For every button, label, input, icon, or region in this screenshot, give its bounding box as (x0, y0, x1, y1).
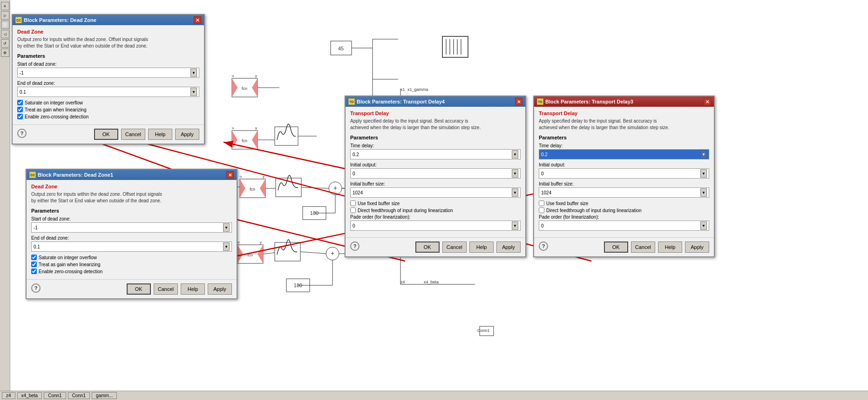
dead-zone1-ok-btn[interactable]: OK (127, 283, 151, 295)
dead-zone-check1[interactable] (17, 100, 23, 105)
transport4-time-delay-input[interactable]: 0.2 ▼ (350, 149, 521, 159)
toolbar-btn-3[interactable]: ⬜ (1, 21, 9, 29)
transport3-time-delay-input[interactable]: 0.2 ▼ (539, 149, 709, 159)
dead-zone1-check2[interactable] (31, 262, 37, 267)
toolbar-btn-4[interactable]: ◁ (1, 30, 9, 38)
transport3-initial-output-input[interactable]: 0 ▼ (539, 168, 709, 179)
dead-zone1-end-btn[interactable]: ▼ (223, 242, 230, 251)
transport3-pade-input[interactable]: 0 ▼ (539, 221, 709, 231)
transport3-time-delay-label: Time delay: (539, 143, 709, 148)
transport3-description: Apply specified delay to the input signa… (539, 118, 709, 131)
transport3-initial-output-btn[interactable]: ▼ (700, 169, 707, 178)
dead-zone1-check1-row: Saturate on integer overflow (31, 255, 232, 260)
transport4-initial-buffer-input[interactable]: 1024 ▼ (350, 187, 521, 198)
transport4-help-btn[interactable]: Help (469, 241, 494, 253)
transport4-check2[interactable] (350, 207, 356, 213)
toolbar-btn-6[interactable]: ⚙ (1, 48, 9, 57)
dead-zone-check3[interactable] (17, 114, 23, 119)
transport4-pade-btn[interactable]: ▼ (512, 221, 518, 230)
dialog-dead-zone1-close[interactable]: ✕ (226, 171, 234, 179)
dead-zone1-start-input[interactable]: -1 ▼ (31, 222, 232, 233)
dialog-dead-zone1-titlebar[interactable]: DZ Block Parameters: Dead Zone1 ✕ (27, 170, 237, 180)
toolbar-btn-2[interactable]: ▷ (1, 11, 9, 20)
transport4-time-delay-btn[interactable]: ▼ (512, 150, 518, 159)
dialog-transport3-titlebar[interactable]: TD Block Parameters: Transport Delay3 ✕ (534, 97, 714, 107)
dialog-transport4-close[interactable]: ✕ (515, 98, 522, 105)
dead-zone-check2-row: Treat as gain when linearizing (17, 107, 199, 112)
dialog-dead-zone-content: Dead Zone Output zero for inputs within … (13, 25, 204, 124)
left-toolbar: ≡ ▷ ⬜ ◁ ↺ ⚙ (0, 0, 10, 400)
transport3-cancel-btn[interactable]: Cancel (631, 241, 655, 253)
transport3-initial-buffer-btn[interactable]: ▼ (700, 188, 707, 197)
transport3-check2[interactable] (539, 207, 544, 213)
dialog-transport4-titlebar[interactable]: TD Block Parameters: Transport Delay4 ✕ (346, 97, 525, 107)
dead-zone-ok-btn[interactable]: OK (94, 129, 118, 140)
transport3-check2-row: Direct feedthrough of input during linea… (539, 207, 709, 213)
transport3-help-btn[interactable]: Help (658, 241, 682, 253)
transport3-pade-btn[interactable]: ▼ (700, 221, 707, 230)
dead-zone1-check3[interactable] (31, 269, 37, 274)
transport4-ok-btn[interactable]: OK (415, 241, 440, 253)
transport4-params-label: Parameters (350, 135, 521, 140)
transport3-check1[interactable] (539, 200, 544, 206)
dead-zone1-description: Output zero for inputs within the dead z… (31, 191, 232, 204)
dead-zone-start-input[interactable]: -1 ▼ (17, 68, 199, 78)
toolbar-btn-1[interactable]: ≡ (1, 2, 9, 10)
dialog-transport3-title: Block Parameters: Transport Delay3 (545, 99, 633, 104)
dead-zone-params-label: Parameters (17, 53, 199, 59)
toolbar-btn-5[interactable]: ↺ (1, 39, 9, 48)
dead-zone1-cancel-btn[interactable]: Cancel (154, 283, 178, 295)
dead-zone-apply-btn[interactable]: Apply (175, 129, 199, 140)
transport3-help-icon[interactable]: ? (539, 241, 548, 251)
dead-zone1-help-icon[interactable]: ? (31, 283, 41, 293)
dialog-transport3-close[interactable]: ✕ (704, 98, 711, 105)
dead-zone-end-btn[interactable]: ▼ (190, 88, 197, 96)
transport4-help-icon[interactable]: ? (350, 241, 359, 251)
dead-zone1-apply-btn[interactable]: Apply (208, 283, 232, 295)
dialog-dead-zone-title: Block Parameters: Dead Zone (24, 17, 96, 23)
dialog-transport4-icon: TD (348, 98, 355, 105)
transport4-description: Apply specified delay to the input signa… (350, 118, 521, 131)
dead-zone1-check1[interactable] (31, 255, 37, 260)
transport4-cancel-btn[interactable]: Cancel (442, 241, 467, 253)
dead-zone1-check2-row: Treat as gain when linearizing (31, 262, 232, 267)
dialog-transport3-icon: TD (537, 98, 543, 105)
transport4-initial-output-input[interactable]: 0 ▼ (350, 168, 521, 179)
transport4-pade-label: Pade order (for linearization): (350, 214, 521, 220)
dead-zone-start-btn[interactable]: ▼ (190, 69, 197, 77)
dead-zone-check2[interactable] (17, 107, 23, 112)
dead-zone-end-label: End of dead zone: (17, 81, 199, 86)
dead-zone-help-icon[interactable]: ? (17, 129, 27, 138)
transport4-section-title: Transport Delay (350, 110, 521, 116)
transport3-time-delay-btn[interactable]: ▼ (700, 150, 707, 159)
dead-zone-cancel-btn[interactable]: Cancel (121, 129, 145, 140)
dead-zone1-start-btn[interactable]: ▼ (223, 223, 230, 232)
transport4-apply-btn[interactable]: Apply (496, 241, 521, 253)
status-conn1-2: Conn1 (68, 392, 90, 399)
dead-zone1-end-input[interactable]: 0.1 ▼ (31, 241, 232, 252)
dead-zone-description: Output zero for inputs within the dead z… (17, 36, 199, 49)
transport3-initial-buffer-input[interactable]: 1024 ▼ (539, 187, 709, 198)
dead-zone1-check3-row: Enable zero-crossing detection (31, 269, 232, 274)
transport4-check1[interactable] (350, 200, 356, 206)
transport4-time-delay-label: Time delay: (350, 143, 521, 148)
dialog-transport4-content: Transport Delay Apply specified delay to… (346, 107, 525, 237)
dead-zone-check3-label: Enable zero-crossing detection (25, 114, 88, 119)
transport4-initial-buffer-btn[interactable]: ▼ (512, 188, 518, 197)
dead-zone1-check3-label: Enable zero-crossing detection (39, 269, 102, 274)
bottom-status-bar: z4 x4_beta Conn1 Conn1 gamm... (0, 391, 868, 400)
dead-zone1-help-btn[interactable]: Help (181, 283, 205, 295)
transport4-initial-output-btn[interactable]: ▼ (512, 169, 518, 178)
transport3-initial-buffer-label: Initial buffer size: (539, 181, 709, 186)
transport3-apply-btn[interactable]: Apply (685, 241, 709, 253)
dialog-dead-zone1-title: Block Parameters: Dead Zone1 (38, 172, 113, 178)
status-gamm: gamm... (92, 392, 117, 399)
transport3-ok-btn[interactable]: OK (604, 241, 628, 253)
dialog-dead-zone1-content: Dead Zone Output zero for inputs within … (27, 180, 237, 279)
dead-zone-check2-label: Treat as gain when linearizing (25, 107, 86, 112)
dialog-dead-zone-close[interactable]: ✕ (194, 16, 201, 24)
transport4-pade-input[interactable]: 0 ▼ (350, 221, 521, 231)
dialog-dead-zone-titlebar[interactable]: DZ Block Parameters: Dead Zone ✕ (13, 15, 204, 25)
dead-zone-end-input[interactable]: 0.1 ▼ (17, 87, 199, 97)
dead-zone-help-btn[interactable]: Help (148, 129, 172, 140)
